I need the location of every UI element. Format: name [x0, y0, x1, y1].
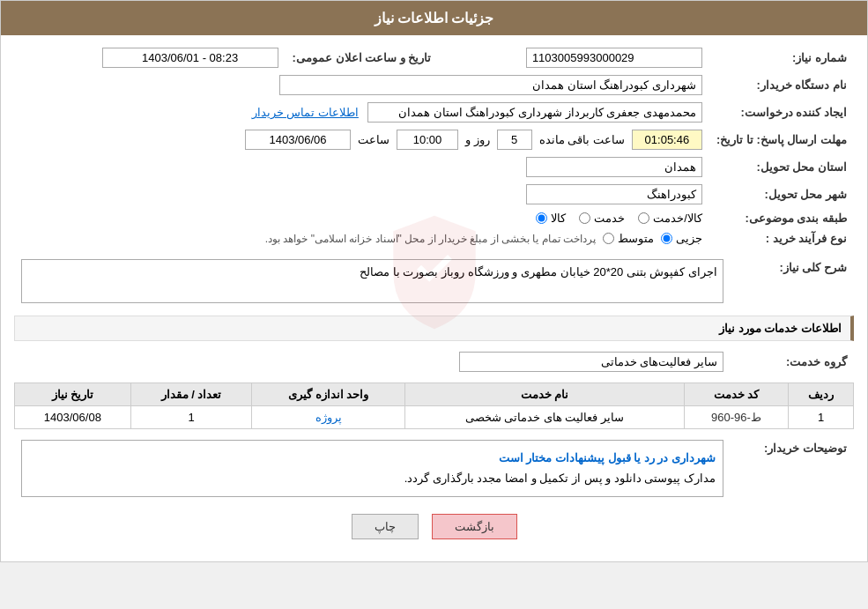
process-jozi[interactable]: جزیی	[661, 232, 702, 245]
buyer-notes-table: توضیحات خریدار: شهرداری در رد یا قبول پی…	[14, 436, 854, 501]
service-group-value: سایر فعالیت‌های خدماتی	[459, 352, 723, 372]
need-desc-label: شرح کلی نیاز:	[731, 256, 854, 307]
category-label: طبقه بندی موضوعی:	[709, 208, 854, 228]
col-service-code: کد خدمت	[684, 383, 788, 406]
services-section-title: اطلاعات خدمات مورد نیاز	[14, 316, 854, 341]
proc-radio-2[interactable]	[603, 233, 614, 244]
buyer-note-line1: شهرداری در رد یا قبول پیشنهادات مختار اس…	[29, 448, 716, 468]
announce-date-label: تاریخ و ساعت اعلان عمومی:	[286, 44, 439, 71]
page-header: جزئیات اطلاعات نیاز	[1, 1, 867, 35]
buyer-note-line2: مدارک پیوستی دانلود و پس از تکمیل و امضا…	[29, 468, 716, 488]
category-kala[interactable]: کالا	[536, 212, 566, 225]
creator-value: محمدمهدی جعفری کاربرداز شهرداری کبودراهن…	[367, 102, 702, 123]
process-motevaset[interactable]: متوسط	[603, 232, 654, 245]
cat-radio-1[interactable]	[638, 212, 649, 224]
cell-qty: 1	[130, 406, 252, 429]
need-number-label: شماره نیاز:	[709, 44, 854, 71]
cat-option2-label: خدمت	[594, 212, 625, 225]
cell-row-num: 1	[789, 406, 854, 429]
cell-service-name: سایر فعالیت های خدماتی شخصی	[405, 406, 685, 429]
province-label: استان محل تحویل:	[709, 153, 854, 181]
buyer-notes-label: توضیحات خریدار:	[731, 436, 854, 501]
buyer-name-value: شهرداری کبودراهنگ استان همدان	[279, 75, 702, 95]
top-info-table: شماره نیاز: 1103005993000029 تاریخ و ساع…	[14, 44, 854, 249]
deadline-time-label: ساعت	[358, 133, 389, 146]
need-number-value: 1103005993000029	[526, 48, 702, 68]
buyer-notes-content: شهرداری در رد یا قبول پیشنهادات مختار اس…	[21, 440, 723, 497]
buyer-name-label: نام دستگاه خریدار:	[709, 71, 854, 99]
need-desc-value: اجرای کفپوش بتنی 20*20 خیابان مطهری و ور…	[21, 259, 723, 303]
process-label: نوع فرآیند خرید :	[709, 228, 854, 249]
back-button[interactable]: بازگشت	[432, 514, 517, 539]
province-value: همدان	[526, 157, 702, 177]
city-value: کبودراهنگ	[526, 184, 702, 204]
service-group-table: گروه خدمت: سایر فعالیت‌های خدماتی	[14, 348, 854, 375]
buttons-row: بازگشت چاپ	[14, 514, 854, 539]
content-area: شماره نیاز: 1103005993000029 تاریخ و ساع…	[1, 35, 867, 561]
city-label: شهر محل تحویل:	[709, 181, 854, 208]
services-table: ردیف کد خدمت نام خدمت واحد اندازه گیری ت…	[14, 382, 854, 429]
announce-date-value: 1403/06/01 - 08:23	[102, 48, 278, 68]
service-group-label: گروه خدمت:	[731, 348, 854, 375]
cell-date: 1403/06/08	[15, 406, 131, 429]
cat-radio-3[interactable]	[536, 212, 547, 224]
proc-option2-label: متوسط	[618, 232, 654, 245]
print-button[interactable]: چاپ	[352, 514, 419, 539]
deadline-days-label: روز و	[465, 133, 490, 146]
creator-label: ایجاد کننده درخواست:	[709, 99, 854, 126]
col-service-name: نام خدمت	[405, 383, 685, 406]
deadline-days-value: 5	[497, 130, 532, 150]
col-unit: واحد اندازه گیری	[252, 383, 405, 406]
deadline-label: مهلت ارسال پاسخ: تا تاریخ:	[709, 126, 854, 153]
cat-option1-label: کالا/خدمت	[653, 212, 702, 225]
proc-option1-label: جزیی	[676, 232, 702, 245]
cat-radio-2[interactable]	[579, 212, 590, 224]
cat-option3-label: کالا	[551, 212, 566, 225]
deadline-time-value: 10:00	[397, 130, 458, 150]
col-row-num: ردیف	[789, 383, 854, 406]
contact-link[interactable]: اطلاعات تماس خریدار	[252, 106, 359, 119]
remaining-label: ساعت باقی مانده	[539, 133, 625, 146]
proc-radio-1[interactable]	[661, 233, 672, 244]
category-kala-khedmat[interactable]: کالا/خدمت	[638, 212, 702, 225]
need-desc-table: شرح کلی نیاز: اجرای کفپوش بتنی 20*20 خیا…	[14, 256, 854, 307]
deadline-date-value: 1403/06/06	[245, 130, 351, 150]
col-qty: تعداد / مقدار	[130, 383, 252, 406]
table-row: 1 ط-96-960 سایر فعالیت های خدماتی شخصی پ…	[15, 406, 854, 429]
page-title: جزئیات اطلاعات نیاز	[375, 11, 494, 26]
process-note: پرداخت تمام یا بخشی از مبلغ خریدار از مح…	[265, 233, 596, 245]
remaining-time-value: 01:05:46	[632, 130, 702, 150]
col-date: تاریخ نیاز	[15, 383, 131, 406]
cell-unit: پروژه	[252, 406, 405, 429]
category-khedmat[interactable]: خدمت	[579, 212, 625, 225]
main-container: جزئیات اطلاعات نیاز شماره نیاز: 11030059…	[0, 0, 868, 562]
cell-service-code: ط-96-960	[684, 406, 788, 429]
